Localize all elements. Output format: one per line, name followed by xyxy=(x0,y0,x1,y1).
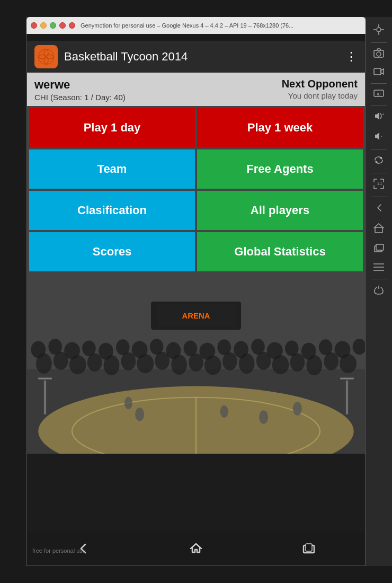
app-title: Basketball Tycoon 2014 xyxy=(64,50,188,64)
classification-button[interactable]: Clasification xyxy=(29,191,195,230)
free-agents-button[interactable]: Free Agents xyxy=(197,149,363,189)
svg-point-42 xyxy=(150,339,164,355)
svg-point-46 xyxy=(217,339,231,355)
team-info: werwe CHI (Season: 1 / Day: 40) xyxy=(34,78,126,102)
rp-divider-2 xyxy=(371,83,387,84)
id-card-icon[interactable]: ID xyxy=(371,86,386,103)
svg-point-49 xyxy=(267,342,283,359)
window-titlebar: Genymotion for personal use – Google Nex… xyxy=(26,17,366,34)
close-button[interactable] xyxy=(31,22,37,29)
svg-point-51 xyxy=(301,343,316,360)
rp-divider-7 xyxy=(371,279,387,279)
volume-up-icon[interactable]: + xyxy=(371,108,386,127)
app-logo xyxy=(34,45,58,68)
maximize-button[interactable] xyxy=(50,22,56,29)
rotate-icon[interactable] xyxy=(371,152,386,171)
svg-point-45 xyxy=(199,343,215,360)
svg-rect-15 xyxy=(340,378,354,379)
svg-rect-90 xyxy=(376,244,384,250)
minimize-button[interactable] xyxy=(40,22,47,29)
svg-point-50 xyxy=(285,340,299,356)
svg-rect-13 xyxy=(38,378,52,379)
no-play-text: You dont play today xyxy=(282,91,358,100)
svg-point-55 xyxy=(135,408,144,421)
game-info-bar: werwe CHI (Season: 1 / Day: 40) Next Opp… xyxy=(27,73,365,106)
global-statistics-button[interactable]: Global Statistics xyxy=(197,232,363,271)
svg-point-36 xyxy=(48,339,62,355)
right-panel: ID + - 1:1 xyxy=(366,17,392,566)
home-icon[interactable] xyxy=(371,219,386,238)
power-icon[interactable] xyxy=(371,281,386,301)
nav-bar: free for personal use xyxy=(27,532,365,566)
record-button-1[interactable] xyxy=(59,22,66,29)
zoom-icon[interactable]: 1:1 xyxy=(371,175,386,195)
svg-point-65 xyxy=(377,28,381,32)
court-background: ARENA xyxy=(27,273,365,454)
svg-point-47 xyxy=(234,341,248,358)
back-icon[interactable] xyxy=(371,199,386,218)
rp-divider-6 xyxy=(371,197,387,197)
svg-point-52 xyxy=(319,339,333,355)
svg-point-53 xyxy=(335,341,351,358)
svg-point-41 xyxy=(132,341,148,358)
team-button[interactable]: Team xyxy=(29,149,195,189)
svg-point-38 xyxy=(82,340,96,356)
rp-divider-5 xyxy=(371,173,387,173)
svg-point-35 xyxy=(31,341,46,358)
svg-point-58 xyxy=(124,397,132,409)
app-bar-left: Basketball Tycoon 2014 xyxy=(34,45,188,68)
svg-point-44 xyxy=(184,340,198,356)
play-1-week-button[interactable]: Play 1 week xyxy=(197,108,363,147)
recents-nav-button[interactable] xyxy=(293,533,325,564)
court-area: ARENA xyxy=(27,273,365,454)
buttons-grid: Play 1 day Play 1 week Team Free Agents … xyxy=(27,106,365,273)
svg-rect-88 xyxy=(375,227,382,233)
volume-down-icon[interactable]: - xyxy=(371,128,386,147)
svg-rect-72 xyxy=(374,68,381,75)
recents-icon[interactable] xyxy=(371,240,386,259)
record-button-2[interactable] xyxy=(69,22,75,29)
hamburger-icon[interactable] xyxy=(371,260,386,277)
svg-text:1:1: 1:1 xyxy=(377,182,382,186)
rp-divider-4 xyxy=(371,149,387,149)
svg-text:+: + xyxy=(382,112,384,117)
svg-point-39 xyxy=(99,343,113,360)
scores-button[interactable]: Scores xyxy=(29,232,195,271)
svg-text:ID: ID xyxy=(377,92,381,96)
rp-divider-3 xyxy=(371,105,387,105)
season-info: CHI (Season: 1 / Day: 40) xyxy=(34,93,126,102)
rp-divider-1 xyxy=(371,42,387,43)
svg-rect-12 xyxy=(44,381,46,414)
next-opponent-label: Next Opponent xyxy=(282,78,358,90)
svg-rect-14 xyxy=(346,381,348,414)
svg-point-43 xyxy=(166,342,181,359)
window-title: Genymotion for personal use – Google Nex… xyxy=(81,22,293,29)
svg-point-57 xyxy=(259,410,268,424)
camera-icon[interactable] xyxy=(371,45,386,63)
play-1-day-button[interactable]: Play 1 day xyxy=(29,108,195,147)
phone-frame: 8:06 Basketball Tycoon 2014 ⋮ werwe CHI … xyxy=(26,17,366,566)
svg-point-40 xyxy=(116,339,130,355)
svg-text:ARENA: ARENA xyxy=(182,312,210,320)
svg-point-48 xyxy=(251,339,265,355)
svg-text:-: - xyxy=(381,134,382,138)
svg-point-71 xyxy=(377,52,381,56)
video-icon[interactable] xyxy=(371,64,386,81)
svg-rect-64 xyxy=(306,544,312,551)
home-nav-button[interactable] xyxy=(180,533,212,564)
gps-icon[interactable] xyxy=(371,21,386,40)
svg-point-59 xyxy=(293,402,302,416)
svg-point-37 xyxy=(64,342,80,359)
menu-icon[interactable]: ⋮ xyxy=(345,50,358,64)
svg-point-56 xyxy=(220,405,228,418)
free-text: free for personal use xyxy=(32,547,86,554)
app-bar: Basketball Tycoon 2014 ⋮ xyxy=(27,41,365,73)
next-opponent-section: Next Opponent You dont play today xyxy=(282,78,358,100)
team-name: werwe xyxy=(34,78,126,92)
all-players-button[interactable]: All players xyxy=(197,191,363,230)
